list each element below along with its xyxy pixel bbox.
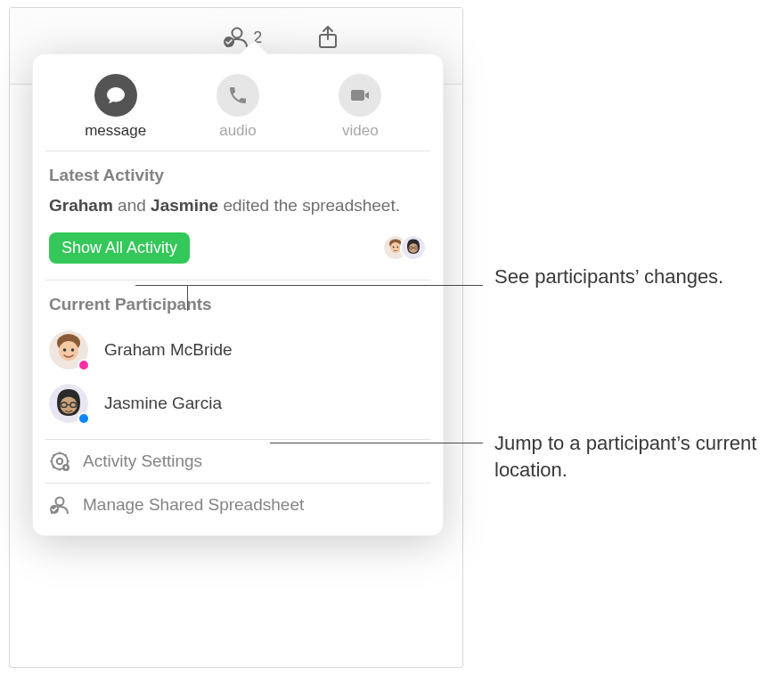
svg-point-0 <box>233 28 242 38</box>
contact-audio[interactable]: audio <box>184 74 291 140</box>
contact-message-label: message <box>85 122 146 140</box>
svg-point-24 <box>57 458 62 463</box>
avatar <box>49 330 88 370</box>
svg-point-35 <box>56 497 64 505</box>
svg-line-29 <box>53 454 55 456</box>
status-dot <box>78 412 90 425</box>
status-dot <box>78 359 90 371</box>
participant-name: Graham McBride <box>104 340 233 360</box>
manage-shared-label: Manage Shared Spreadsheet <box>83 495 304 515</box>
callout-jump-location: Jump to a participant’s current location… <box>494 430 780 483</box>
activity-person-2: Jasmine <box>151 196 218 215</box>
callout-see-changes: See participants’ changes. <box>494 264 780 290</box>
contact-audio-label: audio <box>219 122 257 140</box>
svg-line-32 <box>65 454 67 456</box>
svg-line-31 <box>53 466 55 468</box>
show-all-activity-button[interactable]: Show All Activity <box>49 232 190 264</box>
video-icon <box>349 85 371 106</box>
activity-settings-row[interactable]: Activity Settings <box>49 440 427 483</box>
contact-message[interactable]: message <box>62 74 169 140</box>
activity-settings-label: Activity Settings <box>83 451 202 471</box>
svg-point-17 <box>71 348 75 352</box>
contact-video-label: video <box>342 122 379 140</box>
activity-person-1: Graham <box>49 196 113 215</box>
participant-name: Jasmine Garcia <box>104 394 222 413</box>
manage-shared-row[interactable]: Manage Shared Spreadsheet <box>49 484 427 526</box>
svg-point-6 <box>393 247 395 248</box>
avatar <box>49 384 88 423</box>
latest-activity-header: Latest Activity <box>49 151 427 194</box>
svg-point-16 <box>63 348 67 352</box>
participant-row[interactable]: Graham McBride <box>49 323 427 377</box>
message-icon <box>105 85 127 106</box>
activity-avatars <box>391 234 427 261</box>
small-avatar-2 <box>400 234 427 261</box>
svg-point-34 <box>65 466 68 468</box>
contact-video[interactable]: video <box>306 74 413 140</box>
participant-row[interactable]: Jasmine Garcia <box>49 377 427 430</box>
current-participants-header: Current Participants <box>49 281 427 323</box>
collaboration-popover: message audio video Latest Activity Grah… <box>32 53 444 536</box>
contact-actions-row: message audio video <box>49 67 427 150</box>
manage-shared-icon <box>49 494 70 516</box>
latest-activity-text: Graham and Jasmine edited the spreadshee… <box>49 194 427 232</box>
phone-icon <box>227 85 249 106</box>
share-icon <box>314 25 341 50</box>
svg-point-7 <box>396 247 398 248</box>
gear-badge-icon <box>49 451 70 472</box>
